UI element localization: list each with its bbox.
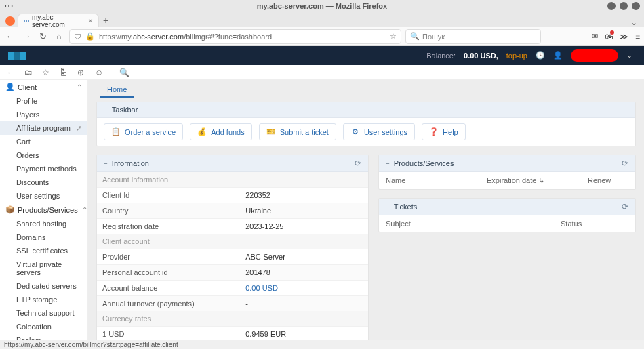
sidebar-item-cart[interactable]: Cart [0,135,87,148]
section-header: Client account [97,234,368,249]
search-placeholder: Пошук [422,33,445,41]
collapse-icon: − [386,160,390,167]
panel-header[interactable]: − Taskbar [97,102,635,118]
sidebar-item-profile[interactable]: Profile [0,94,87,108]
shield-icon[interactable]: 🛡 [74,33,81,41]
order-service-button[interactable]: 📋Order a service [104,123,183,140]
table-header: Subject Status [379,215,635,232]
firefox-icon[interactable] [5,16,15,26]
chevron-up-icon: ⌃ [82,206,87,213]
back-button[interactable]: ← [4,30,16,43]
gear-icon: ⚙ [350,127,360,136]
help-button[interactable]: ❓Help [422,123,466,140]
os-menu-dots[interactable]: ⋯ [4,1,14,11]
column-name[interactable]: Name [386,176,487,185]
forward-button[interactable]: → [20,30,33,43]
column-renew[interactable]: Renew [588,176,628,185]
chevron-up-icon: ⌃ [77,83,82,91]
sidebar-item-domains[interactable]: Domains [0,230,87,244]
panel-header[interactable]: − Information ⟳ [97,155,368,172]
panel-title: Tickets [394,203,417,211]
toolbar-star-icon[interactable]: ☆ [42,68,52,77]
external-link-icon: ↗ [76,124,82,133]
sidebar-item-support[interactable]: Technical support [0,306,87,320]
add-funds-button[interactable]: 💰Add funds [190,123,252,140]
bookmark-star-icon[interactable]: ☆ [390,32,397,41]
column-expiration[interactable]: Expiration date ↳ [487,176,588,185]
help-icon: ❓ [429,127,439,136]
toolbar-archive-icon[interactable]: 🗄 [60,68,69,77]
sidebar: 👤 Client ⌃ Profile Payers Affiliate prog… [0,80,88,340]
sidebar-item-shared-hosting[interactable]: Shared hosting [0,217,87,230]
ticket-icon: 🎫 [266,127,276,136]
window-max-icon[interactable] [620,2,628,10]
sidebar-item-affiliate[interactable]: Affiliate program↗ [0,121,87,135]
refresh-icon[interactable]: ⟳ [622,159,628,168]
sidebar-item-ssl[interactable]: SSL certificates [0,244,87,258]
box-icon: 📦 [5,205,14,214]
sidebar-item-payers[interactable]: Payers [0,108,87,121]
logo[interactable] [8,52,26,60]
tab-home[interactable]: Home [100,83,134,98]
column-subject[interactable]: Subject [386,220,561,228]
clipboard-icon: 📋 [111,127,121,136]
url-text: https://my.abc-server.com/billmgr#!?func… [99,33,386,41]
toolbar-smile-icon[interactable]: ☺ [95,68,104,77]
info-row: Personal account id201478 [97,264,368,280]
reload-button[interactable]: ↻ [37,30,49,43]
panel-header[interactable]: − Products/Services ⟳ [379,155,635,172]
new-tab-button[interactable]: + [99,14,113,27]
money-icon: 💰 [197,127,207,136]
refresh-icon[interactable]: ⟳ [355,159,361,168]
sidebar-item-backup[interactable]: Backup [0,333,87,340]
browser-tab[interactable]: my.abc-server.com × [18,14,99,27]
toolbar-tree-icon[interactable]: 🗂 [24,68,34,77]
toolbar-back-icon[interactable]: ← [7,68,16,77]
user-icon[interactable]: 👤 [553,51,563,60]
sidebar-item-user-settings[interactable]: User settings [0,189,87,203]
sidebar-group-client[interactable]: 👤 Client ⌃ [0,80,87,94]
notifications-icon[interactable]: 🕓 [536,51,545,60]
main-content: Home − Taskbar 📋Order a service 💰Add fun… [88,80,644,340]
window-min-icon[interactable] [607,2,616,10]
submit-ticket-button[interactable]: 🎫Submit a ticket [259,123,336,140]
sidebar-item-payment-methods[interactable]: Payment methods [0,162,87,176]
topup-link[interactable]: top-up [506,52,527,60]
toolbar-plus-icon[interactable]: ⊕ [77,68,87,77]
sidebar-item-orders[interactable]: Orders [0,148,87,162]
lock-icon[interactable]: 🔒 [85,32,95,41]
tab-close-icon[interactable]: × [88,16,93,26]
refresh-icon[interactable]: ⟳ [622,202,628,211]
panel-taskbar: − Taskbar 📋Order a service 💰Add funds 🎫S… [96,102,636,146]
overflow-menu-icon[interactable]: ≫ [620,32,628,41]
tabs-dropdown-icon[interactable]: ⌄ [626,18,641,27]
search-icon: 🔍 [410,32,420,41]
gmail-icon[interactable]: ✉ [592,32,598,41]
balance-link[interactable]: 0.00 USD [245,284,278,292]
panel-header[interactable]: − Tickets ⟳ [379,199,635,215]
url-bar[interactable]: 🛡 🔒 https://my.abc-server.com/billmgr#!?… [69,29,401,44]
collapse-icon: − [386,203,390,211]
browser-search-input[interactable]: 🔍 Пошук [405,29,541,44]
sidebar-item-dedicated[interactable]: Dedicated servers [0,279,87,293]
tab-label: my.abc-server.com [32,14,85,28]
sidebar-item-vps[interactable]: Virtual private servers [0,258,87,279]
os-titlebar: ⋯ my.abc-server.com — Mozilla Firefox [0,0,644,12]
toolbar-search-icon[interactable]: 🔍 [119,68,129,77]
home-button[interactable]: ⌂ [53,30,65,43]
sidebar-group-products[interactable]: 📦 Products/Services ⌃ [0,203,87,217]
window-close-icon[interactable] [632,2,640,10]
browser-tab-strip: my.abc-server.com × + ⌄ [0,12,644,27]
section-header: Currency rates [97,311,368,326]
user-dropdown-icon[interactable]: ⌄ [626,51,636,60]
panel-title: Information [112,159,149,167]
sidebar-item-ftp[interactable]: FTP storage [0,293,87,306]
sidebar-item-colocation[interactable]: Colocation [0,320,87,333]
user-menu[interactable] [571,49,618,62]
panel-title: Taskbar [112,106,138,114]
column-status[interactable]: Status [561,220,628,228]
sidebar-item-discounts[interactable]: Discounts [0,176,87,189]
extension-icon[interactable]: 🛍 [605,32,613,41]
hamburger-menu-icon[interactable]: ≡ [635,32,640,41]
user-settings-button[interactable]: ⚙User settings [343,123,415,140]
